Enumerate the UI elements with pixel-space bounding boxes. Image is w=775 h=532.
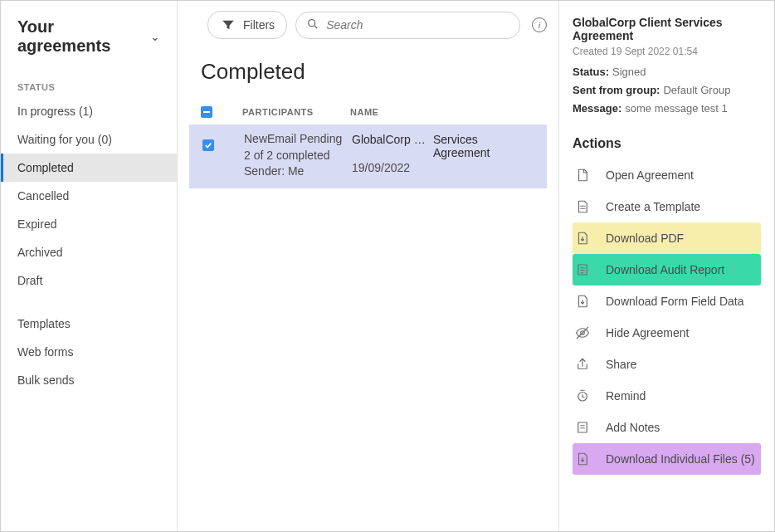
clock-icon [574,388,591,404]
agreement-date: 19/09/2022 [352,161,535,174]
notes-icon [574,419,591,436]
audit-report-icon [574,261,591,278]
table-header: PARTICIPANTS NAME [189,100,547,124]
sidebar-item-in-progress[interactable]: In progress (1) [1,97,177,125]
action-add-notes[interactable]: Add Notes [573,412,761,443]
document-icon [574,167,591,183]
filters-button[interactable]: Filters [207,11,287,39]
action-open-agreement[interactable]: Open Agreement [573,159,761,191]
sidebar-item-expired[interactable]: Expired [1,210,177,238]
chevron-down-icon: ⌄ [150,30,160,43]
action-remind[interactable]: Remind [573,380,761,412]
template-icon [574,198,591,215]
status-section-label: STATUS [1,71,177,97]
col-header-name: NAME [350,107,535,117]
agreement-name-extra: Services Agreement [433,133,535,159]
action-hide-agreement[interactable]: Hide Agreement [573,317,761,349]
agreement-name-truncated: GlobalCorp Cli… [352,133,428,146]
action-download-pdf[interactable]: Download PDF [573,222,761,254]
select-all-checkbox[interactable] [201,106,212,118]
agreements-dropdown[interactable]: Your agreements ⌄ [1,12,177,71]
action-download-form-data[interactable]: Download Form Field Data [573,286,761,317]
sidebar-item-waiting[interactable]: Waiting for you (0) [1,125,177,154]
search-field-wrap[interactable] [295,12,520,39]
sidebar-item-draft[interactable]: Draft [1,266,177,295]
svg-line-1 [314,26,317,28]
sidebar-item-bulk-sends[interactable]: Bulk sends [1,366,177,394]
info-icon[interactable]: i [532,17,547,32]
pdf-download-icon [574,230,591,246]
actions-heading: Actions [573,136,761,151]
table-row[interactable]: NewEmail Pending 2 of 2 completed Sender… [189,124,547,188]
action-download-individual-files[interactable]: Download Individual Files (5) [573,443,761,475]
action-create-template[interactable]: Create a Template [573,191,761,222]
eye-off-icon [574,325,591,341]
filters-label: Filters [243,18,275,32]
action-share[interactable]: Share [573,349,761,380]
page-title: Your agreements [17,17,142,56]
participant-progress: 2 of 2 completed [244,148,352,164]
detail-title: GlobalCorp Client Services Agreement [573,16,761,42]
form-data-icon [574,293,591,310]
detail-created: Created 19 Sept 2022 01:54 [573,46,761,57]
share-icon [574,356,591,373]
participant-name: NewEmail Pending [244,131,352,148]
svg-point-0 [309,19,315,26]
search-icon [306,17,319,33]
detail-status: Status:Signed [573,66,761,78]
detail-message: Message:some message test 1 [573,102,761,115]
col-header-participants: PARTICIPANTS [242,107,350,117]
search-input[interactable] [326,18,509,32]
participant-sender: Sender: Me [244,164,352,180]
row-checkbox[interactable] [202,139,214,151]
action-download-audit[interactable]: Download Audit Report [573,254,761,286]
sidebar-item-completed[interactable]: Completed [1,154,177,182]
svg-rect-6 [578,422,587,432]
funnel-icon [220,17,236,33]
files-download-icon [574,451,591,467]
detail-group: Sent from group:Default Group [573,84,761,96]
sidebar-item-templates[interactable]: Templates [1,310,177,338]
sidebar-item-cancelled[interactable]: Cancelled [1,182,177,210]
sidebar-item-web-forms[interactable]: Web forms [1,338,177,366]
sidebar-item-archived[interactable]: Archived [1,238,177,266]
section-title: Completed [201,59,547,85]
